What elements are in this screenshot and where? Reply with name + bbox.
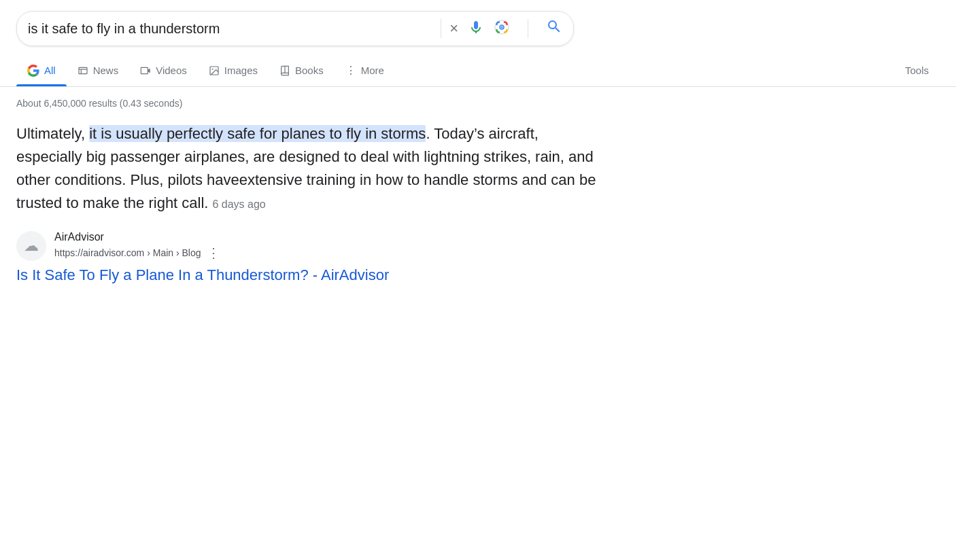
google-lens-icon[interactable] (494, 19, 510, 38)
source-name: AirAdvisor (54, 231, 220, 243)
videos-tab-icon (140, 65, 151, 76)
tab-more[interactable]: ⋮ More (335, 54, 395, 86)
tab-images[interactable]: Images (198, 55, 269, 86)
nav-tabs: All News Videos Images (0, 54, 956, 87)
tab-videos[interactable]: Videos (129, 55, 198, 86)
snippet-prefix: Ultimately, (16, 125, 89, 142)
search-submit-icon[interactable] (546, 18, 562, 39)
tab-videos-label: Videos (156, 65, 187, 76)
tools-label: Tools (905, 65, 929, 76)
search-bar-area: is it safe to fly in a thunderstorm × (0, 0, 956, 54)
tab-all[interactable]: All (16, 55, 67, 86)
svg-rect-7 (141, 67, 148, 73)
source-row: ☁ AirAdvisor https://airadvisor.com › Ma… (16, 231, 940, 261)
tab-news-label: News (93, 65, 119, 76)
clear-icon[interactable]: × (449, 21, 458, 36)
source-url-row: https://airadvisor.com › Main › Blog ⋮ (54, 245, 220, 261)
featured-snippet: Ultimately, it is usually perfectly safe… (16, 122, 601, 215)
tab-books[interactable]: Books (269, 55, 335, 86)
results-container: About 6,450,000 results (0.43 seconds) U… (0, 87, 956, 284)
tab-images-label: Images (224, 65, 258, 76)
news-tab-icon (78, 65, 88, 76)
tab-books-label: Books (295, 65, 324, 76)
books-tab-icon (279, 65, 290, 76)
source-url: https://airadvisor.com › Main › Blog (54, 247, 201, 258)
cloud-icon: ☁ (24, 237, 39, 255)
search-bar-divider (441, 19, 441, 38)
snippet-text: Ultimately, it is usually perfectly safe… (16, 122, 601, 215)
search-action-icons: × (449, 18, 562, 39)
more-tab-icon: ⋮ (345, 64, 356, 77)
svg-point-10 (211, 68, 213, 69)
search-input[interactable]: is it safe to fly in a thunderstorm (28, 21, 432, 37)
all-tab-icon (27, 65, 39, 77)
svg-rect-4 (79, 67, 87, 73)
tab-all-label: All (44, 65, 56, 76)
result-title-link[interactable]: Is It Safe To Fly a Plane In a Thunderst… (16, 266, 389, 283)
tab-more-label: More (361, 65, 384, 76)
tab-news[interactable]: News (67, 55, 130, 86)
results-count: About 6,450,000 results (0.43 seconds) (16, 98, 940, 109)
source-favicon: ☁ (16, 231, 46, 261)
svg-point-3 (501, 27, 503, 29)
submit-divider (528, 19, 528, 38)
microphone-icon[interactable] (468, 19, 484, 38)
snippet-highlighted: it is usually perfectly safe for planes … (89, 125, 426, 142)
source-menu-icon[interactable]: ⋮ (207, 245, 220, 261)
tools-button[interactable]: Tools (894, 55, 940, 86)
snippet-timestamp: 6 days ago (212, 198, 265, 210)
search-bar: is it safe to fly in a thunderstorm × (16, 11, 574, 46)
source-info: AirAdvisor https://airadvisor.com › Main… (54, 231, 220, 261)
images-tab-icon (209, 65, 220, 76)
